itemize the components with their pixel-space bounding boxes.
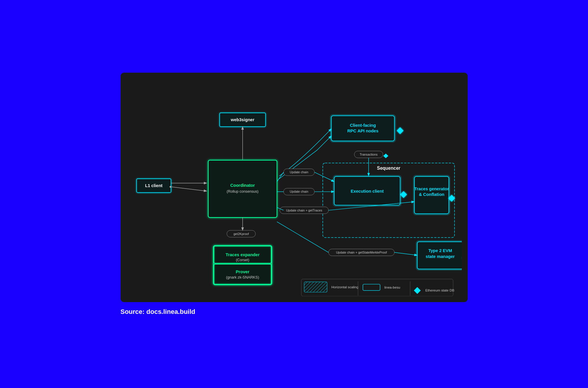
type2-evm-label2: state manager bbox=[426, 254, 455, 259]
sequencer-label: Sequencer bbox=[377, 165, 400, 170]
update-chain-2-label: Update chain bbox=[290, 190, 308, 193]
traces-expander-sublabel: (Corset) bbox=[236, 258, 249, 262]
coord-to-merkle-line bbox=[277, 222, 328, 252]
legend-hatch-box bbox=[304, 282, 327, 292]
merkle-proof-label: Update chain + getStateMerkleProof bbox=[336, 250, 387, 254]
coordinator-label: Coordinator bbox=[230, 183, 255, 188]
coordinator-box bbox=[208, 160, 277, 217]
coordinator-sublabel: (Rollup consensus) bbox=[226, 189, 258, 193]
get2kproof-label: get2Kproof bbox=[233, 232, 249, 235]
execution-client-label: Execution client bbox=[351, 189, 384, 193]
coord-to-label1-line bbox=[277, 172, 283, 181]
type2-evm-label1: Type 2 EVM bbox=[428, 248, 452, 253]
rpc-api-label1: Client-facing bbox=[350, 123, 376, 127]
legend-state-db-diamond bbox=[414, 287, 421, 294]
legend-hscaling-text: Horizontal scaling bbox=[331, 285, 358, 289]
transactions-diamond bbox=[383, 154, 388, 158]
legend-besu-box bbox=[363, 284, 380, 290]
prover-label: Prover bbox=[236, 269, 249, 274]
merkle-proof-arrow bbox=[394, 252, 417, 255]
web3signer-label: web3signer bbox=[230, 117, 254, 122]
architecture-diagram: L1 client web3signer Coordinator (Rollup… bbox=[121, 73, 468, 302]
traces-gen-label2: & Conflation bbox=[419, 192, 444, 197]
update-chain-1-label: Update chain bbox=[290, 170, 308, 174]
l1-client-label: L1 client bbox=[145, 183, 162, 188]
rpc-api-diamond bbox=[397, 127, 403, 134]
traces-gen-label1: Traces generator bbox=[414, 186, 449, 191]
legend-besu-text: linea-besu bbox=[384, 285, 400, 289]
rpc-api-label2: RPC API nodes bbox=[347, 129, 378, 133]
update-chain-traces-label: Update chain + getTraces bbox=[286, 208, 322, 212]
source-attribution: Source: docs.linea.build bbox=[121, 308, 468, 316]
transactions-label: Transactions bbox=[359, 152, 377, 156]
l1-to-coordinator-arrow2 bbox=[171, 187, 207, 191]
traces-expander-label: Traces expander bbox=[226, 252, 260, 257]
prover-sublabel: (gnark zk-SNARKS) bbox=[226, 275, 259, 279]
legend-state-db-text: Ethereum state DB bbox=[425, 288, 454, 292]
l1-dot bbox=[169, 186, 171, 188]
